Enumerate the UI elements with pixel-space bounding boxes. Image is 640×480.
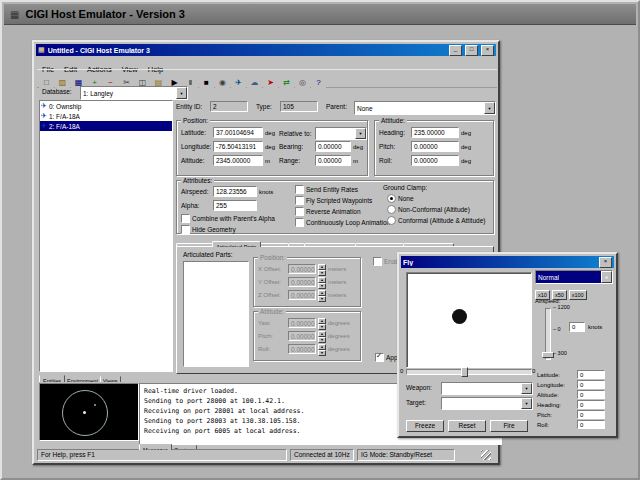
minimize-button[interactable]: _: [449, 45, 462, 56]
yaw-spinner[interactable]: ▲▼: [318, 318, 326, 328]
option-label: Continuously Loop Animation: [306, 219, 390, 226]
radio-box: [387, 194, 396, 203]
latitude-label: Latitude:: [181, 129, 211, 136]
entity-type-field[interactable]: 105: [280, 101, 318, 112]
missile-icon[interactable]: ➤: [263, 76, 278, 90]
range-unit: m: [353, 158, 358, 164]
bearing-field[interactable]: 0.00000: [315, 141, 351, 152]
articulated-parts-list[interactable]: [183, 261, 249, 367]
console-tab-0[interactable]: Messages: [139, 444, 172, 450]
view-icon[interactable]: ◎: [295, 76, 310, 90]
art-pitch-spinner[interactable]: ▲▼: [318, 331, 326, 341]
fly-button-2[interactable]: Fire: [490, 420, 528, 432]
ground-clamp-option-1[interactable]: Non-Conformal (Altitude): [387, 205, 485, 214]
joystick-puck[interactable]: [452, 309, 467, 324]
airspeed-field[interactable]: 128.23556: [213, 186, 257, 197]
app-titlebar[interactable]: ▦ Untitled - CIGI Host Emulator 3 _ □ ×: [36, 44, 496, 56]
maximize-button[interactable]: □: [465, 45, 478, 56]
ground-clamp-option-0[interactable]: None: [387, 194, 485, 203]
relative-to-select[interactable]: ▼: [315, 127, 367, 140]
x-offset-field[interactable]: 0.00000: [288, 264, 316, 274]
range-field[interactable]: 0.00000: [315, 155, 351, 166]
tree-item-2[interactable]: ✈2: F/A-18A: [40, 121, 172, 131]
altitude-unit: m: [265, 158, 270, 164]
attribute-check-1[interactable]: Hide Geometry: [181, 225, 275, 234]
yaw-field[interactable]: 0.00000: [288, 318, 316, 328]
dropdown-arrow-icon[interactable]: ▼: [521, 383, 532, 394]
radar-display[interactable]: [39, 383, 139, 441]
yaw-slider-track[interactable]: [406, 369, 532, 375]
tree-item-0[interactable]: ✈0: Ownship: [40, 101, 172, 111]
fly-pitch-field[interactable]: 0: [577, 410, 605, 419]
outer-window-titlebar[interactable]: ▦ CIGI Host Emulator - Version 3: [4, 4, 636, 25]
dropdown-arrow-icon[interactable]: ▼: [355, 128, 366, 139]
target-select[interactable]: ▼: [441, 397, 533, 410]
roll-field[interactable]: 0.00000: [411, 155, 459, 166]
attribute-check-mid-2[interactable]: Reverse Animation: [295, 207, 390, 216]
capture-icon[interactable]: ◉: [215, 76, 230, 90]
attribute-check-mid-1[interactable]: Fly Scripted Waypoints: [295, 196, 390, 205]
view-tab-1[interactable]: Environment: [64, 376, 101, 382]
tab-1[interactable]: Articulated Parts: [212, 241, 260, 247]
fly-window: Fly × Normal ▼ Precision: x10x50x100 Air…: [397, 252, 618, 438]
weapon-select[interactable]: ▼: [441, 382, 533, 395]
status-help: For Help, press F1: [37, 449, 287, 461]
stop-icon[interactable]: ■: [199, 76, 214, 90]
view-tab-2[interactable]: Views: [100, 376, 121, 382]
fly-icon[interactable]: ✈: [231, 76, 246, 90]
network-icon[interactable]: ⇄: [279, 76, 294, 90]
attribute-check-mid-3[interactable]: Continuously Loop Animation: [295, 218, 390, 227]
dropdown-arrow-icon[interactable]: ▼: [601, 271, 612, 283]
airspeed-unit-label: knots: [588, 324, 602, 330]
view-tab-0[interactable]: Entities: [39, 375, 65, 382]
precision-button-2[interactable]: x100: [569, 290, 587, 300]
fly-joystick-area[interactable]: [406, 272, 532, 368]
fly-close-button[interactable]: ×: [599, 257, 612, 268]
fly-roll-field[interactable]: 0: [577, 420, 605, 429]
y-offset-spinner[interactable]: ▲▼: [318, 277, 326, 287]
dropdown-arrow-icon[interactable]: ▼: [521, 398, 532, 409]
tree-item-1[interactable]: ✈1: F/A-18A: [40, 111, 172, 121]
alpha-field[interactable]: 255: [213, 200, 257, 211]
attribute-check-0[interactable]: Combine with Parent's Alpha: [181, 214, 275, 223]
help-icon[interactable]: ?: [311, 76, 326, 90]
dropdown-arrow-icon[interactable]: ▼: [176, 87, 187, 99]
x-offset-spinner[interactable]: ▲▼: [318, 264, 326, 274]
fly-button-1[interactable]: Reset: [448, 420, 486, 432]
weapon-label: Weapon:: [406, 384, 432, 391]
pitch-field[interactable]: 0.00000: [411, 141, 459, 152]
status-ig-mode: IG Mode: Standby/Reset: [357, 449, 455, 461]
z-offset-spinner[interactable]: ▲▼: [318, 290, 326, 300]
airspeed-unit: knots: [259, 189, 273, 195]
airspeed-value-field[interactable]: 0: [569, 322, 585, 332]
longitude-field[interactable]: -76.50413191: [213, 141, 263, 152]
latitude-field[interactable]: 37.00104694: [213, 127, 263, 138]
resize-grip[interactable]: [481, 450, 491, 460]
heading-field[interactable]: 235.00000: [411, 127, 459, 138]
ground-clamp-option-2[interactable]: Conformal (Altitude & Attitude): [387, 216, 485, 225]
fly-longitude-field[interactable]: 0: [577, 380, 605, 389]
art-roll-spinner[interactable]: ▲▼: [318, 344, 326, 354]
z-offset-field[interactable]: 0.00000: [288, 290, 316, 300]
fly-button-0[interactable]: Freeze: [406, 420, 444, 432]
weather-icon[interactable]: ☁: [247, 76, 262, 90]
attribute-check-mid-0[interactable]: Send Entity Rates: [295, 185, 390, 194]
y-offset-field[interactable]: 0.00000: [288, 277, 316, 287]
close-button[interactable]: ×: [481, 45, 494, 56]
yaw-slider-thumb[interactable]: [461, 367, 468, 377]
altitude-field[interactable]: 2345.00000: [213, 155, 263, 166]
dropdown-arrow-icon[interactable]: ▼: [484, 102, 495, 114]
fly-heading-field[interactable]: 0: [577, 400, 605, 409]
fly-latitude-field[interactable]: 0: [577, 370, 605, 379]
position-group-title: Position:: [181, 117, 210, 125]
art-pitch-field[interactable]: 0.00000: [288, 331, 316, 341]
fly-titlebar[interactable]: Fly ×: [401, 256, 614, 268]
parent-select[interactable]: None ▼: [354, 101, 496, 115]
art-roll-field[interactable]: 0.00000: [288, 344, 316, 354]
attributes-mid-checks: Send Entity RatesFly Scripted WaypointsR…: [295, 185, 390, 229]
entity-id-label: Entity ID:: [176, 103, 202, 110]
fly-mode-select[interactable]: Normal ▼: [535, 270, 613, 284]
entity-id-field[interactable]: 2: [210, 101, 248, 112]
database-select[interactable]: 1: Langley ▼: [80, 86, 188, 100]
fly-altitude-field[interactable]: 0: [577, 390, 605, 399]
